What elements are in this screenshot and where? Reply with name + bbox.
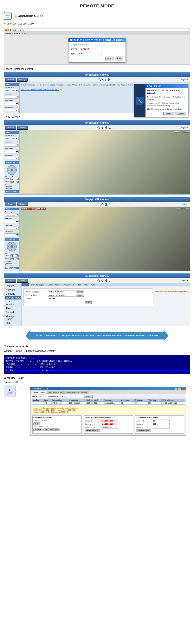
lv1-play-mode-select[interactable] bbox=[5, 150, 19, 153]
wizard-title: Welcome to the IPC_AX Setup Wizard bbox=[147, 89, 186, 95]
color-mode-label: Color mode bbox=[5, 106, 19, 108]
username-input[interactable]: admin bbox=[80, 47, 103, 51]
format-select[interactable]: avi mp4 bbox=[48, 297, 56, 300]
video-size-select[interactable] bbox=[5, 96, 19, 98]
photo-path-browse-btn[interactable]: Browse bbox=[76, 290, 84, 293]
password-input[interactable]: •••••• bbox=[78, 52, 101, 56]
lv2-iris-up[interactable]: + bbox=[12, 252, 13, 254]
cancel-button[interactable]: 取消 bbox=[115, 56, 123, 60]
close-window-btn[interactable]: ✕ bbox=[181, 388, 185, 390]
lv1-video-size-select[interactable] bbox=[5, 144, 19, 146]
color-mode-select[interactable] bbox=[5, 109, 19, 112]
menu-ptz[interactable]: PTZ function bbox=[5, 300, 20, 306]
video-path-input[interactable] bbox=[48, 294, 75, 296]
focus-far-btn[interactable]: [+] bbox=[15, 178, 19, 180]
lv2-focus-near[interactable]: [-] bbox=[10, 254, 13, 257]
lv2-zoom-out[interactable]: [-] bbox=[10, 257, 13, 260]
modify-network-btn[interactable]: Modify network bbox=[85, 430, 100, 432]
lv2-focus-far[interactable]: [+] bbox=[15, 254, 19, 257]
clear-pwd-btn[interactable]: Clear Passwords bbox=[43, 428, 60, 431]
zoom-in-btn[interactable]: [+] bbox=[15, 181, 19, 183]
lv2-video-size-select[interactable] bbox=[5, 220, 19, 223]
tab-character[interactable]: Character display bbox=[29, 283, 46, 286]
menu-manage-users[interactable]: Manage Users bbox=[5, 314, 20, 321]
lv1-browse-btn[interactable]: Browse bbox=[5, 126, 16, 130]
save-settings-btn[interactable]: Save bbox=[85, 302, 92, 304]
tab-path[interactable]: Path bbox=[82, 283, 89, 286]
lv1-ptz-label: PTZ control bbox=[5, 161, 19, 164]
wizard-next-btn[interactable]: Next > bbox=[163, 112, 174, 116]
menu-system[interactable]: System bbox=[5, 284, 20, 288]
verification-row: Verification Code: bbox=[33, 420, 81, 422]
device-id-input[interactable] bbox=[101, 420, 118, 422]
tab-device-upgrades[interactable]: Device Upgrades bbox=[47, 391, 64, 394]
lv2-color-select[interactable] bbox=[5, 234, 19, 236]
browse-btn[interactable]: Browse bbox=[5, 78, 16, 82]
iris-down[interactable]: - bbox=[18, 176, 19, 178]
photo-path-input[interactable] bbox=[48, 290, 75, 293]
menu-alarm[interactable]: Alarm bbox=[5, 306, 20, 310]
cell-product: IPS-E244x80 bbox=[51, 402, 68, 404]
get-btn[interactable]: Get bbox=[33, 422, 40, 425]
video-path-browse-btn[interactable]: Browse bbox=[76, 294, 84, 296]
subnet-input[interactable] bbox=[101, 426, 118, 428]
iris-up[interactable]: + bbox=[12, 176, 13, 178]
http-port-input[interactable] bbox=[152, 426, 170, 428]
mac-addr-input[interactable] bbox=[44, 395, 83, 398]
ptz-down: ▼ bbox=[11, 172, 13, 174]
tab-roi[interactable]: ROI bbox=[76, 283, 82, 286]
rtsp-port-input[interactable] bbox=[152, 423, 170, 426]
settings-browse-btn[interactable]: Browse bbox=[5, 279, 16, 283]
lv2-browse-btn[interactable]: Browse bbox=[5, 202, 16, 206]
lv1-stream-select[interactable]: Main stream bbox=[5, 137, 19, 140]
gateway-label: Gateway: bbox=[85, 423, 100, 425]
menu-log[interactable]: Log bbox=[5, 321, 20, 325]
language-selector[interactable]: English ▼ bbox=[181, 79, 189, 81]
lv2-ptz-down: ▼ bbox=[11, 249, 13, 251]
lv2-iris-down[interactable]: - bbox=[18, 252, 19, 254]
step1-instruction: First, enter "192.168.1.110" bbox=[0, 22, 194, 26]
lv2-ptz-dial[interactable]: ▲ ▼ ◄ ► bbox=[7, 242, 17, 252]
lv2-play-mode: Play mode bbox=[5, 224, 19, 226]
http-port-row: http port: bbox=[136, 426, 183, 428]
menu-video-audio[interactable]: Video&Audio bbox=[5, 296, 20, 300]
menu-camera[interactable]: Camera bbox=[5, 292, 20, 296]
settings-setting-btn[interactable]: Setting bbox=[17, 279, 28, 283]
restart-btn[interactable]: Restart bbox=[33, 428, 42, 431]
table-row[interactable]: 0 IPC IPS-E244x80 192.168.0.110 255.255.… bbox=[32, 402, 185, 404]
ptz-dial[interactable]: ▲ ▼ ◄ ► bbox=[7, 165, 17, 175]
tab-video[interactable]: Video bbox=[21, 283, 29, 286]
ok-button[interactable]: 确定 bbox=[105, 56, 114, 60]
maximize-btn[interactable]: □ bbox=[178, 388, 181, 390]
info-icon: ℹ bbox=[105, 78, 106, 81]
minimize-btn[interactable]: _ bbox=[175, 388, 177, 390]
tab-motion[interactable]: Motion detection bbox=[46, 283, 62, 286]
lv1-setting-btn[interactable]: Setting bbox=[17, 126, 28, 130]
lv2-stream-select[interactable]: Main stream bbox=[5, 214, 19, 216]
lv1-language[interactable]: English ▼ bbox=[181, 127, 189, 129]
search-btn[interactable]: search bbox=[84, 395, 93, 398]
gateway-input[interactable] bbox=[101, 423, 118, 426]
setting-btn[interactable]: Setting bbox=[17, 78, 27, 82]
close-btn[interactable]: ✕ bbox=[185, 85, 186, 87]
menu-record[interactable]: Record bbox=[5, 310, 20, 314]
tab-audio[interactable]: Audio bbox=[89, 283, 97, 286]
zoom-out-btn[interactable]: [-] bbox=[10, 181, 13, 183]
tab-device-params[interactable]: Device parameters derived bbox=[64, 391, 88, 394]
lv2-setting-btn[interactable]: Setting bbox=[17, 202, 28, 206]
lv2-play-mode-select[interactable] bbox=[5, 227, 19, 230]
tab-device-browse[interactable]: Device Browse bbox=[31, 391, 46, 394]
focus-near-btn[interactable]: [-] bbox=[10, 178, 13, 180]
settings-language[interactable]: English ▼ bbox=[181, 280, 189, 282]
tab-privacy[interactable]: Privacy mask bbox=[62, 283, 76, 286]
download-link[interactable]: click here download control After instal… bbox=[21, 88, 59, 90]
modify-port-btn[interactable]: Modify the port bbox=[136, 430, 151, 432]
play-mode-select[interactable] bbox=[5, 102, 19, 105]
wizard-cancel-btn[interactable]: Cancel bbox=[175, 112, 186, 116]
video-port-eq-input[interactable] bbox=[152, 420, 170, 422]
lv2-language[interactable]: English ▼ bbox=[181, 203, 189, 205]
lv2-zoom-in[interactable]: [+] bbox=[15, 257, 19, 260]
lv1-color-select[interactable] bbox=[5, 157, 19, 160]
stream-type-select[interactable]: Main stream bbox=[5, 89, 19, 92]
menu-network[interactable]: Network bbox=[5, 288, 20, 292]
